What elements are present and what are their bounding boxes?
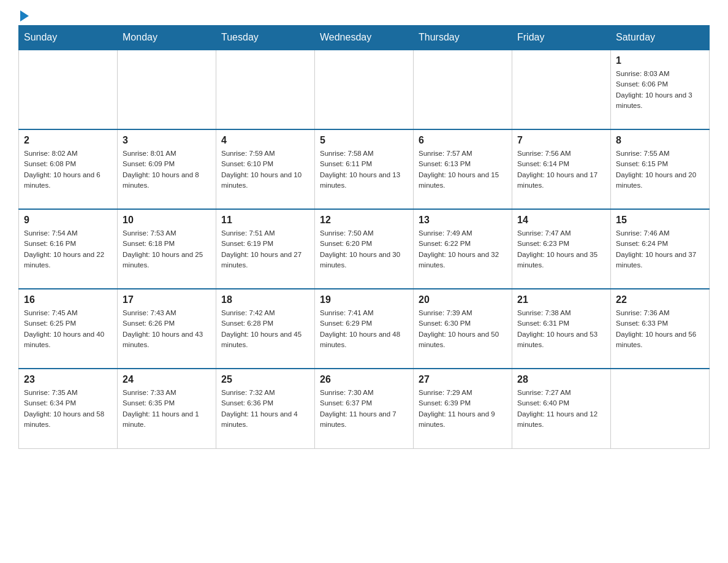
day-number: 26 xyxy=(320,374,408,385)
day-number: 17 xyxy=(123,294,211,305)
day-info: Sunrise: 7:53 AMSunset: 6:18 PMDaylight:… xyxy=(123,228,211,270)
day-number: 19 xyxy=(320,294,408,305)
calendar-cell: 14Sunrise: 7:47 AMSunset: 6:23 PMDayligh… xyxy=(512,209,611,289)
calendar-week-5: 23Sunrise: 7:35 AMSunset: 6:34 PMDayligh… xyxy=(19,369,710,448)
day-number: 4 xyxy=(221,135,309,146)
weekday-wednesday: Wednesday xyxy=(315,26,414,50)
day-info: Sunrise: 7:41 AMSunset: 6:29 PMDaylight:… xyxy=(320,308,408,350)
day-number: 6 xyxy=(419,135,507,146)
calendar-cell xyxy=(611,369,710,448)
calendar-cell: 15Sunrise: 7:46 AMSunset: 6:24 PMDayligh… xyxy=(611,209,710,289)
day-info: Sunrise: 7:29 AMSunset: 6:39 PMDaylight:… xyxy=(419,388,507,430)
day-number: 11 xyxy=(221,215,309,226)
day-number: 5 xyxy=(320,135,408,146)
day-number: 13 xyxy=(419,215,507,226)
calendar-cell: 13Sunrise: 7:49 AMSunset: 6:22 PMDayligh… xyxy=(414,209,512,289)
weekday-tuesday: Tuesday xyxy=(216,26,315,50)
day-info: Sunrise: 7:45 AMSunset: 6:25 PMDaylight:… xyxy=(24,308,112,350)
calendar-cell: 26Sunrise: 7:30 AMSunset: 6:37 PMDayligh… xyxy=(315,369,414,448)
calendar-cell: 25Sunrise: 7:32 AMSunset: 6:36 PMDayligh… xyxy=(216,369,315,448)
day-info: Sunrise: 7:46 AMSunset: 6:24 PMDaylight:… xyxy=(616,228,704,270)
calendar-cell: 2Sunrise: 8:02 AMSunset: 6:08 PMDaylight… xyxy=(19,129,118,209)
day-info: Sunrise: 7:54 AMSunset: 6:16 PMDaylight:… xyxy=(24,228,112,270)
calendar-cell: 6Sunrise: 7:57 AMSunset: 6:13 PMDaylight… xyxy=(414,129,512,209)
day-info: Sunrise: 7:43 AMSunset: 6:26 PMDaylight:… xyxy=(123,308,211,350)
logo-triangle-icon xyxy=(20,10,29,21)
weekday-sunday: Sunday xyxy=(19,26,118,50)
day-info: Sunrise: 7:30 AMSunset: 6:37 PMDaylight:… xyxy=(320,388,408,430)
calendar-cell: 23Sunrise: 7:35 AMSunset: 6:34 PMDayligh… xyxy=(19,369,118,448)
page-header xyxy=(18,12,710,19)
day-info: Sunrise: 7:55 AMSunset: 6:15 PMDaylight:… xyxy=(616,148,704,191)
day-info: Sunrise: 7:57 AMSunset: 6:13 PMDaylight:… xyxy=(419,148,507,191)
calendar-cell: 28Sunrise: 7:27 AMSunset: 6:40 PMDayligh… xyxy=(512,369,611,448)
day-number: 28 xyxy=(517,374,605,385)
calendar-cell: 1Sunrise: 8:03 AMSunset: 6:06 PMDaylight… xyxy=(611,50,710,129)
day-info: Sunrise: 7:59 AMSunset: 6:10 PMDaylight:… xyxy=(221,148,309,191)
calendar-cell: 21Sunrise: 7:38 AMSunset: 6:31 PMDayligh… xyxy=(512,289,611,369)
day-info: Sunrise: 7:56 AMSunset: 6:14 PMDaylight:… xyxy=(517,148,605,191)
calendar-table: SundayMondayTuesdayWednesdayThursdayFrid… xyxy=(18,25,710,449)
calendar-cell xyxy=(118,50,216,129)
day-number: 25 xyxy=(221,374,309,385)
calendar-cell xyxy=(315,50,414,129)
calendar-cell: 4Sunrise: 7:59 AMSunset: 6:10 PMDaylight… xyxy=(216,129,315,209)
calendar-cell: 19Sunrise: 7:41 AMSunset: 6:29 PMDayligh… xyxy=(315,289,414,369)
day-info: Sunrise: 7:42 AMSunset: 6:28 PMDaylight:… xyxy=(221,308,309,350)
weekday-monday: Monday xyxy=(118,26,216,50)
day-number: 24 xyxy=(123,374,211,385)
day-number: 14 xyxy=(517,215,605,226)
day-info: Sunrise: 7:32 AMSunset: 6:36 PMDaylight:… xyxy=(221,388,309,430)
calendar-cell: 20Sunrise: 7:39 AMSunset: 6:30 PMDayligh… xyxy=(414,289,512,369)
calendar-cell: 22Sunrise: 7:36 AMSunset: 6:33 PMDayligh… xyxy=(611,289,710,369)
day-info: Sunrise: 8:03 AMSunset: 6:06 PMDaylight:… xyxy=(616,69,704,111)
calendar-cell: 11Sunrise: 7:51 AMSunset: 6:19 PMDayligh… xyxy=(216,209,315,289)
day-info: Sunrise: 7:33 AMSunset: 6:35 PMDaylight:… xyxy=(123,388,211,430)
day-number: 10 xyxy=(123,215,211,226)
calendar-cell: 8Sunrise: 7:55 AMSunset: 6:15 PMDaylight… xyxy=(611,129,710,209)
weekday-header-row: SundayMondayTuesdayWednesdayThursdayFrid… xyxy=(19,26,710,50)
day-info: Sunrise: 7:39 AMSunset: 6:30 PMDaylight:… xyxy=(419,308,507,350)
day-number: 8 xyxy=(616,135,704,146)
logo xyxy=(18,12,29,19)
calendar-cell: 24Sunrise: 7:33 AMSunset: 6:35 PMDayligh… xyxy=(118,369,216,448)
day-number: 21 xyxy=(517,294,605,305)
day-number: 27 xyxy=(419,374,507,385)
day-info: Sunrise: 7:35 AMSunset: 6:34 PMDaylight:… xyxy=(24,388,112,430)
day-info: Sunrise: 7:36 AMSunset: 6:33 PMDaylight:… xyxy=(616,308,704,350)
calendar-cell: 18Sunrise: 7:42 AMSunset: 6:28 PMDayligh… xyxy=(216,289,315,369)
day-info: Sunrise: 8:02 AMSunset: 6:08 PMDaylight:… xyxy=(24,148,112,191)
calendar-cell: 9Sunrise: 7:54 AMSunset: 6:16 PMDaylight… xyxy=(19,209,118,289)
day-info: Sunrise: 7:49 AMSunset: 6:22 PMDaylight:… xyxy=(419,228,507,270)
weekday-saturday: Saturday xyxy=(611,26,710,50)
day-info: Sunrise: 7:58 AMSunset: 6:11 PMDaylight:… xyxy=(320,148,408,191)
weekday-thursday: Thursday xyxy=(414,26,512,50)
calendar-cell xyxy=(512,50,611,129)
calendar-cell: 10Sunrise: 7:53 AMSunset: 6:18 PMDayligh… xyxy=(118,209,216,289)
calendar-cell xyxy=(19,50,118,129)
calendar-cell: 17Sunrise: 7:43 AMSunset: 6:26 PMDayligh… xyxy=(118,289,216,369)
day-info: Sunrise: 7:51 AMSunset: 6:19 PMDaylight:… xyxy=(221,228,309,270)
day-number: 16 xyxy=(24,294,112,305)
day-number: 12 xyxy=(320,215,408,226)
day-number: 1 xyxy=(616,55,704,66)
calendar-week-4: 16Sunrise: 7:45 AMSunset: 6:25 PMDayligh… xyxy=(19,289,710,369)
calendar-week-2: 2Sunrise: 8:02 AMSunset: 6:08 PMDaylight… xyxy=(19,129,710,209)
calendar-cell: 27Sunrise: 7:29 AMSunset: 6:39 PMDayligh… xyxy=(414,369,512,448)
day-number: 2 xyxy=(24,135,112,146)
calendar-cell xyxy=(414,50,512,129)
calendar-cell: 16Sunrise: 7:45 AMSunset: 6:25 PMDayligh… xyxy=(19,289,118,369)
calendar-cell: 3Sunrise: 8:01 AMSunset: 6:09 PMDaylight… xyxy=(118,129,216,209)
day-info: Sunrise: 7:27 AMSunset: 6:40 PMDaylight:… xyxy=(517,388,605,430)
day-info: Sunrise: 7:38 AMSunset: 6:31 PMDaylight:… xyxy=(517,308,605,350)
calendar-cell xyxy=(216,50,315,129)
day-info: Sunrise: 7:50 AMSunset: 6:20 PMDaylight:… xyxy=(320,228,408,270)
day-number: 7 xyxy=(517,135,605,146)
day-number: 18 xyxy=(221,294,309,305)
calendar-cell: 12Sunrise: 7:50 AMSunset: 6:20 PMDayligh… xyxy=(315,209,414,289)
calendar-cell: 5Sunrise: 7:58 AMSunset: 6:11 PMDaylight… xyxy=(315,129,414,209)
calendar-week-1: 1Sunrise: 8:03 AMSunset: 6:06 PMDaylight… xyxy=(19,50,710,129)
day-info: Sunrise: 7:47 AMSunset: 6:23 PMDaylight:… xyxy=(517,228,605,270)
day-number: 3 xyxy=(123,135,211,146)
calendar-week-3: 9Sunrise: 7:54 AMSunset: 6:16 PMDaylight… xyxy=(19,209,710,289)
